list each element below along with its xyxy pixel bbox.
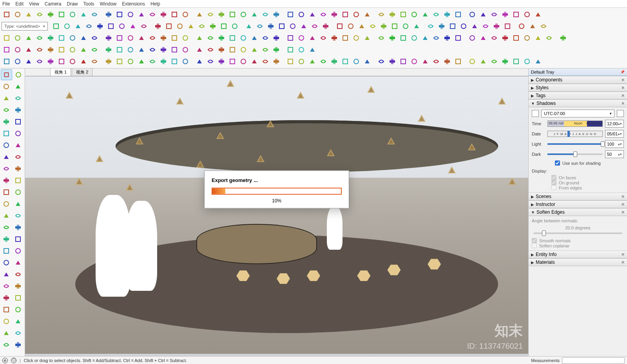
toolbar-button[interactable] [125, 45, 136, 55]
toolbar-button[interactable] [426, 21, 436, 31]
toolbar-button[interactable] [398, 33, 408, 43]
tool-button[interactable] [13, 116, 24, 127]
toolbar-button[interactable] [175, 21, 185, 31]
toolbar-button[interactable] [533, 33, 543, 43]
toolbar-button[interactable] [467, 33, 477, 43]
slider-knob[interactable] [573, 151, 577, 157]
toolbar-button[interactable] [362, 33, 372, 43]
toolbar-button[interactable] [205, 9, 216, 20]
toolbar-button[interactable] [431, 33, 441, 43]
toolbar-button[interactable] [84, 21, 94, 31]
toolbar-button[interactable] [114, 33, 125, 43]
slider-knob[interactable] [601, 141, 605, 147]
toolbar-button[interactable] [103, 45, 114, 55]
tool-button[interactable] [13, 339, 24, 350]
toolbar-button[interactable] [271, 56, 281, 67]
toolbar-button[interactable] [67, 9, 78, 20]
dark-input[interactable]: 50▴▾ [605, 150, 624, 158]
toolbar-button[interactable] [376, 33, 386, 43]
panel-scenes[interactable]: ▶Scenes✕ [529, 193, 627, 200]
model-viewport[interactable]: 视角 1 视角 2 Export geometry ... 10% 知末 ID:… [25, 68, 528, 356]
toolbar-button[interactable] [544, 33, 554, 43]
toolbar-button[interactable] [67, 56, 78, 67]
tool-button[interactable] [13, 163, 24, 174]
toolbar-button[interactable] [522, 9, 532, 20]
toolbar-button[interactable] [489, 33, 499, 43]
toolbar-button[interactable] [89, 45, 100, 55]
tool-button[interactable] [1, 281, 12, 292]
toolbar-button[interactable] [13, 9, 23, 20]
toolbar-button[interactable] [296, 33, 306, 43]
toolbar-button[interactable] [147, 33, 158, 43]
toolbar-button[interactable] [2, 33, 12, 43]
toolbar-button[interactable] [78, 9, 89, 20]
toolbar-button[interactable] [238, 45, 248, 55]
menu-draw[interactable]: Draw [67, 1, 78, 7]
toolbar-button[interactable] [362, 9, 372, 20]
toolbar-button[interactable] [387, 9, 397, 20]
tray-title[interactable]: Default Tray 📌 [529, 68, 627, 76]
toolbar-button[interactable] [106, 21, 116, 31]
toolbar-button[interactable] [340, 33, 350, 43]
toolbar-button[interactable] [318, 56, 328, 67]
toolbar-button[interactable] [489, 9, 499, 20]
toolbar-button[interactable] [180, 45, 190, 55]
toolbar-button[interactable] [56, 45, 67, 55]
toolbar-button[interactable] [2, 9, 12, 20]
tool-button[interactable] [1, 116, 12, 127]
close-icon[interactable]: ✕ [621, 260, 625, 265]
panel-shadows[interactable]: ▼Shadows✕ [529, 99, 627, 107]
toolbar-button[interactable] [34, 33, 45, 43]
date-slider[interactable]: J F M A M J J A S O N D [547, 131, 603, 137]
toolbar-button[interactable] [194, 9, 205, 20]
menu-edit[interactable]: Edit [15, 1, 24, 7]
tool-button[interactable] [1, 316, 12, 327]
toolbar-button[interactable] [442, 56, 452, 67]
panel-tags[interactable]: ▶Tags✕ [529, 92, 627, 99]
close-icon[interactable]: ✕ [621, 252, 625, 257]
toolbar-button[interactable] [89, 9, 100, 20]
toolbar-button[interactable] [169, 33, 179, 43]
toolbar-button[interactable] [208, 21, 218, 31]
toolbar-button[interactable] [351, 9, 361, 20]
tool-button[interactable] [13, 292, 24, 303]
toolbar-button[interactable] [511, 56, 521, 67]
toolbar-button[interactable] [103, 9, 114, 20]
tool-button[interactable] [13, 234, 24, 245]
toolbar-button[interactable] [194, 33, 205, 43]
sun-shading-checkbox[interactable] [555, 160, 560, 166]
toolbar-button[interactable] [78, 33, 89, 43]
toolbar-button[interactable] [558, 33, 568, 43]
toolbar-button[interactable] [227, 45, 237, 55]
toolbar-button[interactable] [538, 21, 549, 31]
soften-coplanar-checkbox[interactable] [532, 243, 537, 248]
toolbar-button[interactable] [24, 45, 34, 55]
toolbar-button[interactable] [431, 56, 441, 67]
scene-tab-2[interactable]: 视角 2 [72, 68, 92, 76]
toolbar-button[interactable] [56, 33, 67, 43]
credits-icon[interactable]: ⓘ [11, 358, 16, 363]
toolbar-button[interactable] [205, 45, 216, 55]
toolbar-button[interactable] [89, 56, 100, 67]
toolbar-button[interactable] [260, 9, 270, 20]
toolbar-button[interactable] [299, 21, 309, 31]
toolbar-button[interactable] [379, 21, 389, 31]
tool-button[interactable] [1, 210, 12, 221]
tool-button[interactable] [13, 328, 24, 339]
tool-button[interactable] [1, 140, 12, 151]
tool-button[interactable] [13, 304, 24, 315]
toolbar-button[interactable] [387, 33, 397, 43]
tool-button[interactable] [13, 128, 24, 139]
toolbar-button[interactable] [51, 21, 61, 31]
toolbar-button[interactable] [114, 45, 125, 55]
toolbar-button[interactable] [437, 21, 447, 31]
tool-button[interactable] [13, 198, 24, 209]
panel-components[interactable]: ▶Components✕ [529, 76, 627, 84]
toolbar-button[interactable] [533, 56, 543, 67]
toolbar-button[interactable] [318, 9, 328, 20]
toolbar-button[interactable] [158, 9, 169, 20]
tool-button[interactable] [13, 105, 24, 115]
stepper-icon[interactable]: ▴▾ [618, 142, 622, 146]
toolbar-button[interactable] [277, 21, 287, 31]
toolbar-button[interactable] [500, 33, 510, 43]
